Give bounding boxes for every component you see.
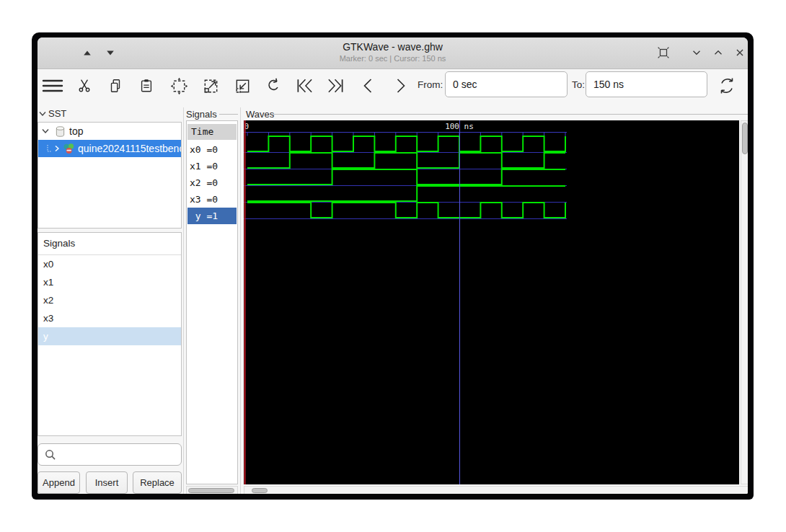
window-content: GTKWave - wave.ghw Marker: 0 sec | Curso… [37, 37, 748, 494]
copy-icon [107, 78, 123, 94]
menu-button[interactable] [40, 71, 66, 100]
window-chevron-up-button[interactable] [709, 43, 728, 62]
database-icon [55, 125, 66, 138]
trace-name-x0[interactable]: x0 =0 [187, 141, 237, 158]
go-to-end-button[interactable] [322, 71, 348, 100]
names-frame-label: Signals [186, 109, 217, 120]
trace-name-x3[interactable]: x3 =0 [187, 191, 237, 208]
trace-name-x1[interactable]: x1 =0 [187, 158, 237, 174]
trace-name-x2[interactable]: x2 =0 [187, 174, 237, 191]
zoom-fit-button[interactable] [166, 71, 192, 100]
insert-button[interactable]: Insert [86, 471, 128, 494]
menu-icon [42, 77, 63, 94]
signal-list-item-x1[interactable]: x1 [38, 273, 181, 291]
go-to-start-icon [296, 77, 314, 94]
sst-tree: top quine20241115testbench [37, 122, 182, 229]
from-label: From: [418, 71, 443, 99]
undo-icon [265, 77, 282, 94]
go-to-end-icon [327, 77, 345, 94]
to-input[interactable] [586, 71, 707, 97]
scrollbar-thumb[interactable] [742, 123, 748, 154]
signal-list-item-y[interactable]: y [38, 327, 181, 345]
waveform-svg: 0100 ns [244, 120, 739, 484]
close-window-button[interactable] [730, 43, 748, 62]
from-input[interactable] [445, 71, 568, 97]
waves-frame-label: Waves [246, 109, 274, 120]
search-icon [44, 448, 56, 461]
wave-vertical-scrollbar[interactable] [741, 120, 748, 484]
frame-line [219, 114, 238, 115]
sst-header[interactable]: SST [39, 107, 66, 120]
window-title: GTKWave - wave.ghw [37, 41, 748, 53]
step-forward-button[interactable] [387, 71, 413, 100]
module-icon [63, 143, 75, 155]
search-box[interactable] [37, 443, 182, 466]
chevron-up-icon [712, 46, 725, 59]
titlebar-text: GTKWave - wave.ghw Marker: 0 sec | Curso… [37, 41, 748, 63]
zoom-out-button[interactable] [229, 71, 255, 100]
search-input[interactable] [61, 448, 181, 461]
cut-icon [76, 78, 92, 94]
trace-name-y[interactable]: y =1 [187, 208, 237, 224]
paste-icon [138, 78, 154, 94]
expander-down-icon[interactable] [42, 128, 49, 134]
go-to-start-button[interactable] [291, 71, 317, 100]
zoom-in-button[interactable] [198, 71, 224, 100]
fit-to-window-icon [657, 46, 670, 59]
to-label: To: [572, 71, 585, 99]
scrollbar-thumb[interactable] [188, 488, 234, 493]
titlebar[interactable]: GTKWave - wave.ghw Marker: 0 sec | Curso… [37, 37, 748, 69]
tree-item-testbench[interactable]: quine20241115testbench [38, 140, 181, 157]
signal-list-item-x0[interactable]: x0 [38, 255, 181, 273]
chevron-down-icon [690, 46, 703, 59]
tree-item-top[interactable]: top [38, 123, 181, 140]
step-back-button[interactable] [356, 71, 381, 100]
paned-separator[interactable] [183, 107, 184, 494]
paned-separator[interactable] [240, 107, 241, 494]
chevron-right-icon [392, 77, 409, 94]
signal-list-item-x3[interactable]: x3 [38, 309, 181, 327]
time-header: Time [187, 124, 237, 140]
reload-icon [717, 76, 736, 95]
signals-list-panel: Signals x0x1x2x3y [37, 232, 182, 436]
cut-button[interactable] [71, 71, 97, 100]
sst-label: SST [48, 108, 66, 119]
replace-button[interactable]: Replace [133, 471, 182, 494]
signals-list: x0x1x2x3y [38, 255, 181, 345]
window-subtitle: Marker: 0 sec | Cursor: 150 ns [37, 54, 748, 63]
fit-to-window-button[interactable] [654, 43, 673, 62]
frame-line [273, 114, 748, 115]
tree-item-label: quine20241115testbench [78, 143, 181, 154]
copy-button[interactable] [102, 71, 128, 100]
signal-list-item-x2[interactable]: x2 [38, 291, 181, 309]
signals-list-header: Signals [38, 233, 181, 255]
zoom-out-icon [234, 77, 252, 95]
gtkwave-window: GTKWave - wave.ghw Marker: 0 sec | Curso… [32, 32, 754, 500]
undo-button[interactable] [260, 71, 286, 100]
close-icon [733, 46, 746, 59]
paste-button[interactable] [133, 71, 159, 100]
scrollbar-thumb[interactable] [252, 488, 268, 493]
zoom-in-icon [202, 77, 220, 95]
tree-branch-line [47, 145, 53, 152]
zoom-fit-icon [170, 77, 188, 95]
append-button[interactable]: Append [37, 471, 80, 494]
wave-canvas[interactable]: 0100 ns [244, 120, 739, 484]
expander-right-icon[interactable] [54, 145, 60, 152]
reload-button[interactable] [714, 71, 740, 100]
chevron-left-icon [360, 77, 377, 94]
tree-item-label: top [69, 125, 83, 137]
expander-down-icon [39, 111, 46, 117]
trace-names-panel: Time x0 =0x1 =0x2 =0x3 =0 y =1 [186, 120, 238, 484]
wave-horizontal-scrollbar[interactable] [244, 486, 748, 494]
window-chevron-down-button[interactable] [687, 43, 706, 62]
names-horizontal-scrollbar[interactable] [186, 486, 238, 494]
